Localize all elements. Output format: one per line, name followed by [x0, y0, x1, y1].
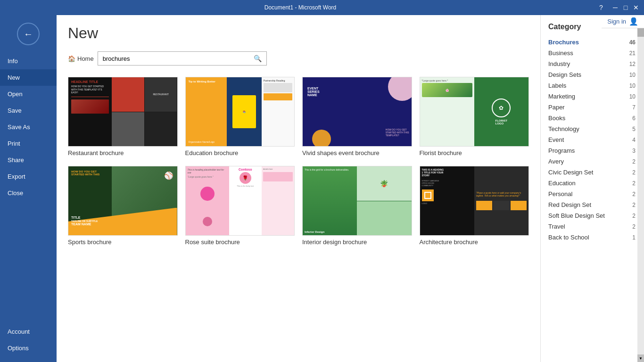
category-item-business[interactable]: Business 21 — [548, 48, 637, 58]
template-card-restaurant[interactable]: HEADLINE TITLE HOW DO YOU GET STARTED WI… — [68, 77, 178, 156]
sidebar: ← Info New Open Save Save As Print Share… — [0, 15, 57, 362]
template-thumb-florist: *Large quote goes here.* 🌸 ✿ FLORISTLOGO — [420, 77, 529, 147]
template-thumb-architecture: THIS IS A HEADING1 TITLE FOR YOURSTORY S… — [420, 166, 529, 236]
home-label: Home — [77, 55, 94, 62]
category-label-avery: Avery — [548, 158, 564, 165]
template-card-florist[interactable]: *Large quote goes here.* 🌸 ✿ FLORISTLOGO — [420, 77, 529, 156]
category-item-industry[interactable]: Industry 12 — [548, 58, 637, 69]
category-count-travel: 2 — [632, 223, 636, 230]
category-item-education[interactable]: Education 2 — [548, 178, 637, 189]
category-count-paper: 7 — [632, 104, 636, 111]
category-label-labels: Labels — [548, 82, 566, 89]
category-count-technology: 5 — [632, 126, 636, 132]
sidebar-item-saveas[interactable]: Save As — [0, 119, 57, 135]
category-item-softblue[interactable]: Soft Blue Design Set 2 — [548, 210, 637, 221]
content-area: Sign in 👤 New 🏠 Home 🔍 — [57, 15, 540, 362]
category-count-marketing: 10 — [629, 93, 636, 100]
template-label-vivid: Vivid shapes event brochure — [302, 149, 412, 156]
template-label-interior: Interior design brochure — [302, 239, 412, 246]
category-item-reddesign[interactable]: Red Design Set 2 — [548, 199, 637, 210]
main-layout: ← Info New Open Save Save As Print Share… — [0, 15, 644, 362]
template-card-architecture[interactable]: THIS IS A HEADING1 TITLE FOR YOURSTORY S… — [420, 166, 529, 246]
category-count-civicdesign: 2 — [632, 169, 636, 176]
maximize-button[interactable]: □ — [621, 3, 630, 12]
category-count-labels: 10 — [629, 82, 636, 89]
category-count-personal: 2 — [632, 191, 636, 197]
sidebar-bottom: Account Options — [0, 323, 57, 356]
minimize-button[interactable]: ─ — [611, 3, 619, 12]
template-thumb-education: Tip to Writing Better Organization Name/… — [185, 77, 295, 147]
category-count-books: 6 — [632, 115, 636, 122]
templates-grid: HEADLINE TITLE HOW DO YOU GET STARTED WI… — [68, 77, 529, 246]
back-button[interactable]: ← — [17, 23, 40, 45]
page-title: New — [68, 25, 529, 42]
template-card-rose[interactable]: This is heading placeholder text for use… — [185, 166, 295, 246]
sidebar-item-close[interactable]: Close — [0, 185, 57, 201]
category-label-paper: Paper — [548, 104, 565, 111]
scrollbar-track — [637, 23, 644, 354]
category-label-reddesign: Red Design Set — [548, 201, 591, 208]
help-button[interactable]: ? — [597, 3, 605, 12]
template-label-education: Education brochure — [185, 149, 295, 156]
sidebar-item-share[interactable]: Share — [0, 152, 57, 168]
category-count-avery: 2 — [632, 158, 636, 165]
search-button[interactable]: 🔍 — [249, 52, 266, 65]
search-bar: 🏠 Home 🔍 — [68, 51, 529, 66]
category-count-business: 21 — [629, 50, 636, 57]
template-thumb-rose: This is heading placeholder text for use… — [185, 166, 295, 236]
template-thumb-restaurant: HEADLINE TITLE HOW DO YOU GET STARTED WI… — [68, 77, 178, 147]
category-label-brochures: Brochures — [548, 39, 579, 46]
category-item-backtoschool[interactable]: Back to School 1 — [548, 232, 637, 243]
template-card-education[interactable]: Tip to Writing Better Organization Name/… — [185, 77, 295, 156]
category-item-event[interactable]: Event 4 — [548, 134, 637, 145]
sidebar-item-open[interactable]: Open — [0, 86, 57, 102]
search-input-wrap: 🔍 — [98, 51, 267, 66]
close-button[interactable]: ✕ — [632, 3, 640, 12]
titlebar-title: Document1 - Microsoft Word — [4, 4, 597, 11]
template-label-restaurant: Restaurant brochure — [68, 149, 178, 156]
category-item-personal[interactable]: Personal 2 — [548, 189, 637, 199]
category-item-technology[interactable]: Technology 5 — [548, 123, 637, 134]
sidebar-item-info[interactable]: Info — [0, 53, 57, 69]
category-label-technology: Technology — [548, 125, 579, 132]
titlebar: Document1 - Microsoft Word ? ─ □ ✕ — [0, 0, 644, 15]
category-count-programs: 3 — [632, 148, 636, 154]
category-label-programs: Programs — [548, 147, 575, 154]
home-icon: 🏠 — [68, 55, 75, 62]
category-item-avery[interactable]: Avery 2 — [548, 156, 637, 167]
category-count-backtoschool: 1 — [632, 234, 636, 241]
category-panel: Category Brochures 46 Business 21 Indust… — [540, 15, 644, 362]
category-label-books: Books — [548, 115, 565, 122]
category-label-softblue: Soft Blue Design Set — [548, 212, 605, 219]
category-item-labels[interactable]: Labels 10 — [548, 80, 637, 91]
template-label-sports: Sports brochure — [68, 239, 178, 246]
sidebar-item-export[interactable]: Export — [0, 168, 57, 185]
category-label-personal: Personal — [548, 190, 572, 197]
sidebar-item-account[interactable]: Account — [0, 323, 57, 340]
category-item-books[interactable]: Books 6 — [548, 113, 637, 123]
scrollbar-down-button[interactable]: ▼ — [637, 354, 644, 362]
template-label-florist: Florist brochure — [420, 149, 529, 156]
sidebar-item-new[interactable]: New — [0, 69, 57, 86]
category-item-paper[interactable]: Paper 7 — [548, 102, 637, 113]
template-card-sports[interactable]: HOW DO YOU GETSTARTED WITH THIS TITLETAG… — [68, 166, 178, 246]
category-item-marketing[interactable]: Marketing 10 — [548, 91, 637, 102]
category-count-education: 2 — [632, 180, 636, 187]
category-label-marketing: Marketing — [548, 93, 575, 100]
sidebar-item-print[interactable]: Print — [0, 135, 57, 152]
category-item-travel[interactable]: Travel 2 — [548, 221, 637, 232]
home-link[interactable]: 🏠 Home — [68, 55, 94, 62]
category-label-travel: Travel — [548, 223, 565, 230]
search-input[interactable] — [98, 52, 249, 65]
category-item-programs[interactable]: Programs 3 — [548, 145, 637, 156]
template-thumb-interior: This is the grid for a brochure delivera… — [302, 166, 412, 236]
category-item-designsets[interactable]: Design Sets 10 — [548, 69, 637, 80]
sidebar-item-save[interactable]: Save — [0, 102, 57, 119]
template-card-vivid[interactable]: EVENTSERIESNAME HOW DO YOU GETSTARTED WI… — [302, 77, 412, 156]
sidebar-item-options[interactable]: Options — [0, 340, 57, 356]
template-thumb-sports: HOW DO YOU GETSTARTED WITH THIS TITLETAG… — [68, 166, 178, 236]
template-card-interior[interactable]: This is the grid for a brochure delivera… — [302, 166, 412, 246]
category-item-brochures[interactable]: Brochures 46 — [548, 37, 637, 48]
category-item-civicdesign[interactable]: Civic Design Set 2 — [548, 167, 637, 178]
category-label-designsets: Design Sets — [548, 71, 581, 78]
